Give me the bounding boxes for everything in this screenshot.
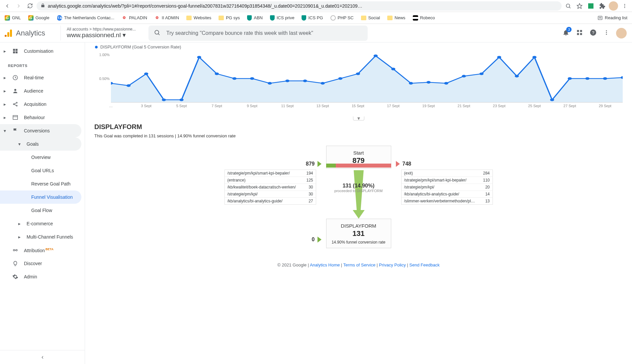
funnel-entry-table: /strategie/pm/kpi/smart-kpi-bepaler/194(… xyxy=(225,170,316,205)
svg-point-56 xyxy=(480,72,484,75)
nav-funnel-visualisation[interactable]: Funnel Visualisation xyxy=(0,190,81,204)
table-row[interactable]: /strategie/pm/kpi/20 xyxy=(402,184,493,191)
reading-list-button[interactable]: Reading list xyxy=(597,15,627,21)
nav-attribution[interactable]: ▸ AttributionBETA xyxy=(0,244,81,257)
bookmark-netherlands[interactable]: ITAThe Netherlands Contac... xyxy=(57,15,115,21)
nav-conversions[interactable]: ▾ Conversions xyxy=(0,124,81,137)
svg-line-10 xyxy=(158,34,159,35)
line-chart[interactable]: …3 Sept5 Sept7 Sept9 Sept11 Sept13 Sept1… xyxy=(94,50,623,110)
chart-collapse-handle[interactable]: ▾ xyxy=(353,116,364,120)
bookmark-iiadmin[interactable]: ⚙II ADMIN xyxy=(154,15,179,21)
brand-title: Analytics xyxy=(16,29,45,37)
svg-point-19 xyxy=(606,34,607,35)
bookmark-gnl[interactable]: GGNL xyxy=(5,15,21,21)
nav-multi-channel[interactable]: ▸Multi-Channel Funnels xyxy=(0,230,81,244)
table-row[interactable]: /kb/kwaliteit/boek-datacratisch-werken/3… xyxy=(225,184,316,191)
svg-point-52 xyxy=(409,82,413,85)
extensions-icon[interactable] xyxy=(597,1,607,11)
bookmark-pgsys[interactable]: PG sys xyxy=(219,15,240,20)
property-name: www.passionned.nl xyxy=(67,32,121,38)
zoom-icon[interactable] xyxy=(564,1,573,11)
profile-avatar[interactable] xyxy=(609,1,618,11)
bookmark-star-icon[interactable] xyxy=(575,1,584,11)
svg-point-49 xyxy=(356,72,360,75)
layout-icon xyxy=(12,114,19,120)
bookmark-websites[interactable]: Websites xyxy=(186,15,211,20)
table-row[interactable]: /kb/analytics/bi-analytics-guide/27 xyxy=(225,198,316,204)
bookmark-phpsc[interactable]: PHP SC xyxy=(330,15,354,21)
chevron-right-icon: ▸ xyxy=(3,102,7,107)
bookmark-robeco[interactable]: Robeco xyxy=(413,15,435,21)
bookmark-icspg[interactable]: ICS PG xyxy=(302,15,323,21)
bookmark-news[interactable]: News xyxy=(387,15,406,20)
nav-overview[interactable]: Overview xyxy=(0,151,81,164)
bookmark-paladin[interactable]: ⚙PALADIN xyxy=(122,15,147,21)
footer-link[interactable]: Privacy Policy xyxy=(379,262,406,267)
ga-profile-avatar[interactable] xyxy=(616,28,627,38)
triangle-right-icon xyxy=(317,237,321,243)
back-button[interactable] xyxy=(3,1,12,11)
apps-grid-icon[interactable] xyxy=(576,29,583,37)
search-placeholder: Try searching "Compare bounce rate this … xyxy=(166,30,313,36)
nav-realtime[interactable]: ▸ Real-time xyxy=(0,71,81,84)
nav-behaviour[interactable]: ▸ Behaviour xyxy=(0,111,81,124)
nav-reverse-goal-path[interactable]: Reverse Goal Path xyxy=(0,177,81,190)
nav-customisation[interactable]: ▸ Customisation xyxy=(0,44,81,58)
footer-link[interactable]: Analytics Home xyxy=(310,262,340,267)
nav-ecommerce[interactable]: ▸E-commerce xyxy=(0,217,81,230)
table-row[interactable]: (entrance)125 xyxy=(225,177,316,184)
svg-point-40 xyxy=(197,56,201,58)
nav-goal-urls[interactable]: Goal URLs xyxy=(0,164,81,177)
address-bar[interactable]: analytics.google.com/analytics/web/?pli=… xyxy=(37,1,562,11)
nav-acquisition[interactable]: ▸ Acquisition xyxy=(0,98,81,111)
help-icon[interactable]: ? xyxy=(589,29,597,37)
funnel-step-goal[interactable]: DISPLAYFORM 131 14.90% funnel conversion… xyxy=(326,219,391,248)
bookmark-abn[interactable]: ABN xyxy=(247,15,263,21)
chevron-right-icon: ▸ xyxy=(17,234,21,240)
account-breadcrumb: All accounts > https://www.passionne... xyxy=(67,27,136,32)
gear-icon xyxy=(12,274,19,280)
browser-toolbar: analytics.google.com/analytics/web/?pli=… xyxy=(0,0,632,12)
table-row[interactable]: /slimmer-werken/verbetermethoden/plan…13 xyxy=(402,198,493,204)
notifications-button[interactable]: 3 xyxy=(562,29,570,37)
nav-goal-flow[interactable]: Goal Flow xyxy=(0,204,81,217)
reload-button[interactable] xyxy=(25,1,35,11)
svg-rect-21 xyxy=(16,49,18,51)
svg-point-54 xyxy=(444,82,448,85)
nav-goals[interactable]: ▾ Goals xyxy=(0,137,81,151)
svg-rect-31 xyxy=(13,115,18,119)
svg-rect-12 xyxy=(580,30,582,32)
nav-admin[interactable]: ▸ Admin xyxy=(0,270,81,283)
svg-text:?: ? xyxy=(592,30,594,35)
flag-icon xyxy=(12,128,19,134)
svg-point-48 xyxy=(338,77,342,80)
forward-button[interactable] xyxy=(14,1,23,11)
account-switcher[interactable]: All accounts > https://www.passionne... … xyxy=(60,26,142,40)
collapse-sidebar-button[interactable] xyxy=(0,350,85,364)
chevron-down-icon: ▾ xyxy=(123,32,126,38)
svg-point-18 xyxy=(606,32,607,33)
table-row[interactable]: /strategie/pm/kpi/smart-kpi-bepaler/110 xyxy=(402,177,493,184)
chrome-menu-icon[interactable] xyxy=(620,1,629,11)
extension-color-icon[interactable] xyxy=(586,1,595,11)
svg-point-26 xyxy=(13,104,14,105)
nav-audience[interactable]: ▸ Audience xyxy=(0,84,81,98)
nav-discover[interactable]: ▸ Discover xyxy=(0,257,81,270)
footer-link[interactable]: Send Feedback xyxy=(409,262,440,267)
table-row[interactable]: /kb/analytics/bi-analytics-guide/14 xyxy=(402,191,493,198)
settings-menu-icon[interactable] xyxy=(603,30,609,37)
legend-dot-icon xyxy=(95,46,98,48)
reports-heading: REPORTS xyxy=(0,58,85,71)
table-row[interactable]: /strategie/pm/kpi/smart-kpi-bepaler/194 xyxy=(225,170,316,177)
bookmark-google[interactable]: GGoogle xyxy=(28,15,49,21)
table-row[interactable]: (exit)284 xyxy=(402,170,493,177)
chevron-down-icon: ▾ xyxy=(17,141,21,147)
svg-point-51 xyxy=(391,68,395,70)
bookmark-social[interactable]: Social xyxy=(361,15,380,20)
table-row[interactable]: /strategie/pm/kpi/30 xyxy=(225,191,316,198)
bookmark-icsprive[interactable]: ICS prive xyxy=(270,15,294,21)
lightbulb-icon xyxy=(12,260,19,266)
footer-link[interactable]: Terms of Service xyxy=(343,262,376,267)
svg-point-37 xyxy=(144,72,148,75)
ga-search-bar[interactable]: Try searching "Compare bounce rate this … xyxy=(148,26,368,41)
